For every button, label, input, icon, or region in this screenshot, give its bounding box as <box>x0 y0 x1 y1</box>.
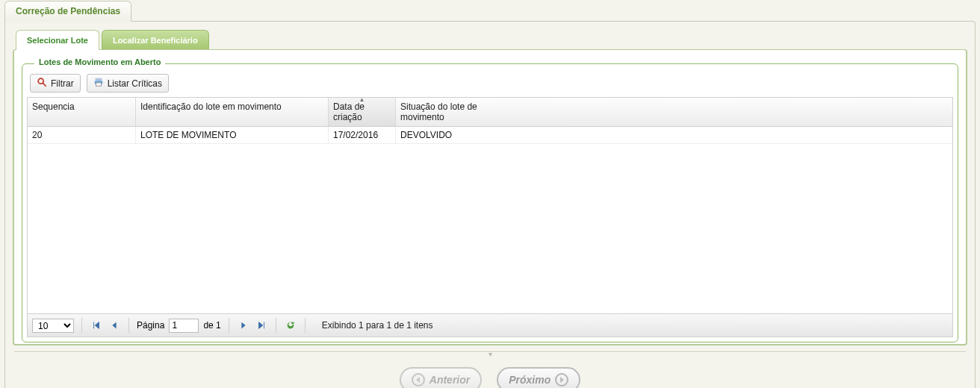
page-of-label: de 1 <box>203 320 220 331</box>
proximo-button[interactable]: Próximo <box>497 367 580 388</box>
outer-panel: Selecionar Lote Localizar Beneficiário L… <box>4 21 976 388</box>
fieldset-legend: Lotes de Movimento em Aberto <box>34 57 165 66</box>
anterior-button[interactable]: Anterior <box>400 367 482 388</box>
grid-body[interactable]: 20 LOTE DE MOVIMENTO 17/02/2016 DEVOLVID… <box>28 127 952 313</box>
col-sequencia[interactable]: Sequencia <box>28 98 136 126</box>
cell-ident: LOTE DE MOVIMENTO <box>136 127 329 143</box>
printer-icon <box>93 77 104 90</box>
sort-asc-icon: ▲ <box>329 96 395 103</box>
tab-correcao-pendencias-label: Correção de Pendências <box>16 6 120 16</box>
listar-criticas-label: Listar Críticas <box>108 78 162 89</box>
cell-data: 17/02/2016 <box>329 127 396 143</box>
tab-selecionar-lote-label: Selecionar Lote <box>27 36 88 45</box>
page-size-select[interactable]: 10 <box>32 319 74 333</box>
tab-localizar-beneficiario-label: Localizar Beneficiário <box>113 36 198 45</box>
table-row[interactable]: 20 LOTE DE MOVIMENTO 17/02/2016 DEVOLVID… <box>28 127 952 144</box>
paging-info: Exibindo 1 para 1 de 1 itens <box>322 320 433 331</box>
grid-header-row: Sequencia Identificação do lote em movim… <box>28 98 952 127</box>
col-identificacao[interactable]: Identificação do lote em movimento <box>136 98 329 126</box>
svg-rect-4 <box>96 83 101 86</box>
anterior-label: Anterior <box>429 374 470 386</box>
prev-page-button[interactable] <box>108 319 121 332</box>
inner-panel: Lotes de Movimento em Aberto Filtrar Lis… <box>13 49 967 345</box>
svg-rect-2 <box>95 78 102 81</box>
svg-line-1 <box>43 83 46 86</box>
col-data-criacao-label: Data de criação <box>333 101 365 122</box>
filtrar-button[interactable]: Filtrar <box>30 74 81 93</box>
tab-localizar-beneficiario[interactable]: Localizar Beneficiário <box>102 30 209 50</box>
paging-toolbar: 10 Página de 1 <box>28 313 952 337</box>
tab-correcao-pendencias[interactable]: Correção de Pendências <box>4 1 131 22</box>
page-label: Página <box>137 320 164 331</box>
grid-lotes: Sequencia Identificação do lote em movim… <box>27 97 953 337</box>
col-situacao[interactable]: Situação do lote de movimento <box>396 98 515 126</box>
first-page-button[interactable] <box>90 319 103 332</box>
tab-selecionar-lote[interactable]: Selecionar Lote <box>16 30 99 50</box>
proximo-label: Próximo <box>509 374 551 386</box>
search-icon <box>37 77 47 90</box>
fieldset-lotes-movimento: Lotes de Movimento em Aberto Filtrar Lis… <box>22 63 958 342</box>
cell-seq: 20 <box>28 127 136 143</box>
last-page-button[interactable] <box>255 319 268 332</box>
next-page-button[interactable] <box>237 319 250 332</box>
refresh-button[interactable] <box>284 319 297 332</box>
divider-notch-icon: ▾ <box>13 350 967 358</box>
listar-criticas-button[interactable]: Listar Críticas <box>87 74 169 93</box>
filtrar-label: Filtrar <box>51 78 74 89</box>
chevron-right-icon <box>555 373 568 387</box>
page-number-input[interactable] <box>169 319 199 333</box>
cell-sit: DEVOLVIDO <box>396 127 515 143</box>
chevron-left-icon <box>412 373 425 387</box>
col-data-criacao[interactable]: ▲ Data de criação <box>329 98 396 126</box>
